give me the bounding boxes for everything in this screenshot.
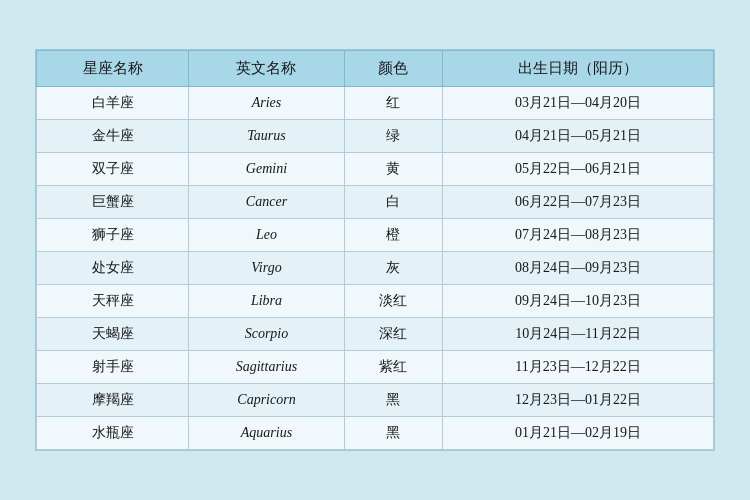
cell-color: 黄 [344, 153, 443, 186]
cell-color: 灰 [344, 252, 443, 285]
col-header-color: 颜色 [344, 51, 443, 87]
cell-chinese: 狮子座 [37, 219, 189, 252]
cell-color: 红 [344, 87, 443, 120]
cell-chinese: 摩羯座 [37, 384, 189, 417]
cell-chinese: 天秤座 [37, 285, 189, 318]
cell-chinese: 天蝎座 [37, 318, 189, 351]
cell-english: Aries [189, 87, 344, 120]
cell-chinese: 处女座 [37, 252, 189, 285]
cell-dates: 05月22日—06月21日 [443, 153, 714, 186]
table-row: 双子座Gemini黄05月22日—06月21日 [37, 153, 714, 186]
cell-color: 绿 [344, 120, 443, 153]
cell-english: Scorpio [189, 318, 344, 351]
cell-english: Aquarius [189, 417, 344, 450]
cell-color: 淡红 [344, 285, 443, 318]
cell-dates: 01月21日—02月19日 [443, 417, 714, 450]
table-row: 巨蟹座Cancer白06月22日—07月23日 [37, 186, 714, 219]
cell-english: Capricorn [189, 384, 344, 417]
cell-color: 深红 [344, 318, 443, 351]
cell-color: 紫红 [344, 351, 443, 384]
cell-color: 黑 [344, 417, 443, 450]
cell-english: Gemini [189, 153, 344, 186]
table-row: 狮子座Leo橙07月24日—08月23日 [37, 219, 714, 252]
cell-dates: 11月23日—12月22日 [443, 351, 714, 384]
zodiac-table: 星座名称 英文名称 颜色 出生日期（阳历） 白羊座Aries红03月21日—04… [36, 50, 714, 450]
cell-english: Virgo [189, 252, 344, 285]
cell-english: Leo [189, 219, 344, 252]
table-row: 处女座Virgo灰08月24日—09月23日 [37, 252, 714, 285]
table-row: 水瓶座Aquarius黑01月21日—02月19日 [37, 417, 714, 450]
table-row: 天秤座Libra淡红09月24日—10月23日 [37, 285, 714, 318]
cell-chinese: 双子座 [37, 153, 189, 186]
table-row: 天蝎座Scorpio深红10月24日—11月22日 [37, 318, 714, 351]
cell-english: Cancer [189, 186, 344, 219]
col-header-english: 英文名称 [189, 51, 344, 87]
table-header-row: 星座名称 英文名称 颜色 出生日期（阳历） [37, 51, 714, 87]
cell-dates: 12月23日—01月22日 [443, 384, 714, 417]
zodiac-table-container: 星座名称 英文名称 颜色 出生日期（阳历） 白羊座Aries红03月21日—04… [35, 49, 715, 451]
cell-chinese: 射手座 [37, 351, 189, 384]
table-row: 摩羯座Capricorn黑12月23日—01月22日 [37, 384, 714, 417]
cell-chinese: 白羊座 [37, 87, 189, 120]
cell-chinese: 金牛座 [37, 120, 189, 153]
cell-chinese: 巨蟹座 [37, 186, 189, 219]
col-header-chinese: 星座名称 [37, 51, 189, 87]
cell-dates: 08月24日—09月23日 [443, 252, 714, 285]
cell-dates: 06月22日—07月23日 [443, 186, 714, 219]
cell-dates: 04月21日—05月21日 [443, 120, 714, 153]
cell-color: 黑 [344, 384, 443, 417]
cell-color: 白 [344, 186, 443, 219]
cell-dates: 07月24日—08月23日 [443, 219, 714, 252]
cell-english: Taurus [189, 120, 344, 153]
table-row: 射手座Sagittarius紫红11月23日—12月22日 [37, 351, 714, 384]
cell-english: Sagittarius [189, 351, 344, 384]
col-header-dates: 出生日期（阳历） [443, 51, 714, 87]
table-row: 白羊座Aries红03月21日—04月20日 [37, 87, 714, 120]
cell-dates: 10月24日—11月22日 [443, 318, 714, 351]
cell-chinese: 水瓶座 [37, 417, 189, 450]
cell-dates: 03月21日—04月20日 [443, 87, 714, 120]
cell-dates: 09月24日—10月23日 [443, 285, 714, 318]
cell-english: Libra [189, 285, 344, 318]
table-row: 金牛座Taurus绿04月21日—05月21日 [37, 120, 714, 153]
table-body: 白羊座Aries红03月21日—04月20日金牛座Taurus绿04月21日—0… [37, 87, 714, 450]
cell-color: 橙 [344, 219, 443, 252]
